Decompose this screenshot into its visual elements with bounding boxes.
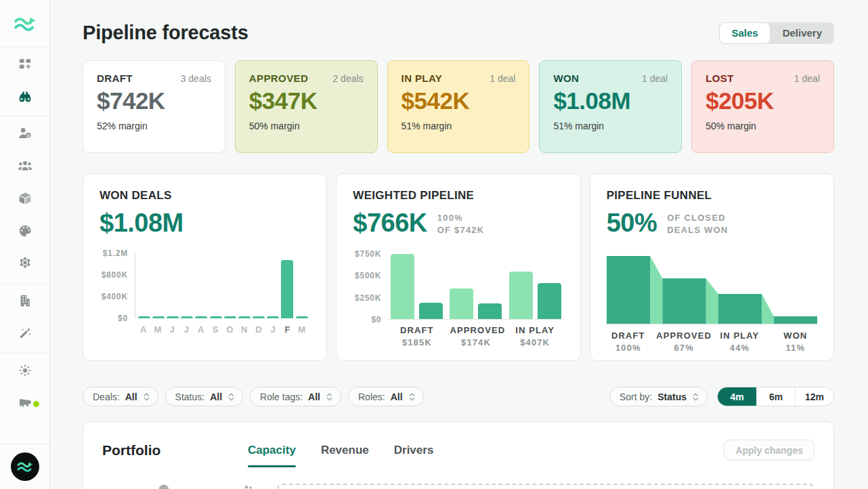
range-option-6m[interactable]: 6m xyxy=(756,387,795,406)
stat-margin: 50% margin xyxy=(249,121,364,131)
stat-status-label: IN PLAY xyxy=(402,72,443,84)
portfolio-header: Portfolio CapacityRevenueDrivers Apply c… xyxy=(102,440,815,461)
bar[interactable] xyxy=(281,260,293,318)
x-axis-label: O xyxy=(223,324,237,335)
sidebar-item-automations[interactable] xyxy=(0,318,49,351)
subtext-line: OF CLOSED xyxy=(667,212,728,224)
sidebar-item-products[interactable] xyxy=(0,184,49,216)
bar-group-in-play xyxy=(509,272,561,319)
group-name: IN PLAY xyxy=(509,325,561,335)
weighted-chart-body: $750K$500K$250K$0 xyxy=(353,249,563,320)
y-axis-tick: $500K xyxy=(355,271,381,280)
bar[interactable] xyxy=(296,316,308,318)
range-option-12m[interactable]: 12m xyxy=(795,387,833,406)
filter-deals-select[interactable]: Deals:All xyxy=(83,387,158,406)
bar[interactable] xyxy=(138,316,150,318)
stat-card-approved[interactable]: APPROVED2 deals$347K50% margin xyxy=(235,60,378,153)
filter-role-tags-select[interactable]: Role tags:All xyxy=(250,387,341,406)
bar[interactable] xyxy=(152,316,165,318)
subtext-line: DEALS WON xyxy=(667,224,728,236)
chart-cards: WON DEALS $1.08M $1.2M$800K$400K$0AMJJAS… xyxy=(83,173,834,361)
bar[interactable] xyxy=(224,316,236,318)
stage-pct: 100% xyxy=(611,343,645,353)
apply-changes-button[interactable]: Apply changes xyxy=(724,440,815,461)
sidebar-divider xyxy=(0,353,49,354)
bar-slot xyxy=(180,253,194,318)
bar[interactable] xyxy=(195,316,207,318)
weighted-bar[interactable] xyxy=(419,303,443,319)
weighted-bar[interactable] xyxy=(478,303,502,319)
stat-card-lost[interactable]: LOST1 deal$205K50% margin xyxy=(691,60,834,153)
sidebar-item-forecasts[interactable] xyxy=(0,81,49,114)
filter-pills: Deals:AllStatus:AllRole tags:AllRoles:Al… xyxy=(83,387,424,406)
sidebar-item-design[interactable] xyxy=(0,216,49,249)
range-option-4m[interactable]: 4m xyxy=(718,387,756,406)
view-toggle-delivery[interactable]: Delivery xyxy=(771,22,834,44)
subtext-line: 100% xyxy=(437,212,485,224)
tab-drivers[interactable]: Drivers xyxy=(394,444,434,457)
won-deals-card: WON DEALS $1.08M $1.2M$800K$400K$0AMJJAS… xyxy=(83,173,327,361)
portfolio-title: Portfolio xyxy=(102,442,248,459)
stat-value: $542K xyxy=(402,87,516,114)
bar[interactable] xyxy=(167,316,179,318)
chevron-updown-icon xyxy=(227,392,235,402)
waves-logo-icon xyxy=(13,14,37,33)
funnel-stage-label: DRAFT100% xyxy=(611,331,645,353)
sidebar-item-company[interactable] xyxy=(0,286,49,318)
sidebar-item-announcements[interactable] xyxy=(0,388,49,421)
bar[interactable] xyxy=(238,316,251,318)
view-toggle-sales[interactable]: Sales xyxy=(719,22,770,44)
weighted-chart-plot xyxy=(388,249,563,320)
pipeline-funnel-subtext: OF CLOSED DEALS WON xyxy=(667,212,728,236)
stat-card-in-play[interactable]: IN PLAY1 deal$542K51% margin xyxy=(387,60,530,153)
bar[interactable] xyxy=(267,316,279,318)
filter-value: All xyxy=(210,391,222,402)
total-bar[interactable] xyxy=(509,272,533,319)
filter-value: All xyxy=(308,391,320,402)
x-axis-label: J xyxy=(165,324,179,335)
bar-slot xyxy=(209,253,223,318)
bar[interactable] xyxy=(253,316,265,318)
stat-margin: 50% margin xyxy=(706,121,820,131)
sidebar-item-clients[interactable]: $ xyxy=(0,119,49,151)
tab-capacity[interactable]: Capacity xyxy=(248,444,296,457)
filter-roles-select[interactable]: Roles:All xyxy=(348,387,424,406)
funnel-labels: DRAFT100%APPROVED67%IN PLAY44%WON11% xyxy=(607,331,817,358)
chevron-updown-icon xyxy=(408,392,416,402)
x-axis-label: A xyxy=(136,324,150,335)
weighted-pipeline-subtext: 100% OF $742K xyxy=(437,212,485,236)
stage-pct: 44% xyxy=(720,343,760,353)
avatar[interactable] xyxy=(11,452,39,481)
sort-by-select[interactable]: Sort by: Status xyxy=(609,387,708,406)
building-icon xyxy=(18,293,32,311)
group-label: DRAFT$185K xyxy=(391,325,443,347)
stat-card-won[interactable]: WON1 deal$1.08M51% margin xyxy=(539,60,682,153)
sidebar-item-dashboard[interactable] xyxy=(0,49,49,81)
chevron-updown-icon xyxy=(143,392,150,402)
total-bar[interactable] xyxy=(450,289,473,319)
filter-row: Deals:AllStatus:AllRole tags:AllRoles:Al… xyxy=(83,387,834,406)
group-label: APPROVED$174K xyxy=(450,325,502,347)
stat-margin: 51% margin xyxy=(553,121,668,131)
bar[interactable] xyxy=(210,316,222,318)
stat-card-draft[interactable]: DRAFT3 deals$742K52% margin xyxy=(83,60,225,153)
filter-value: All xyxy=(391,391,403,402)
sidebar-item-settings[interactable] xyxy=(0,249,49,281)
tab-revenue[interactable]: Revenue xyxy=(321,444,369,457)
bar[interactable] xyxy=(181,316,193,318)
sidebar-item-appearance[interactable] xyxy=(0,356,49,388)
weighted-bar[interactable] xyxy=(538,283,561,319)
x-axis-label: M xyxy=(150,324,165,335)
stat-deal-count: 2 deals xyxy=(332,73,363,84)
people-icon xyxy=(18,158,32,176)
sales-delivery-toggle: SalesDelivery xyxy=(719,22,834,44)
portfolio-dropzone[interactable] xyxy=(277,484,815,489)
app-logo[interactable] xyxy=(0,0,49,47)
pipeline-funnel-value: 50% xyxy=(607,210,657,236)
bar-slot xyxy=(151,253,165,318)
filter-status-select[interactable]: Status:All xyxy=(165,387,243,406)
people-icon xyxy=(242,484,255,489)
bar-slot xyxy=(295,253,309,318)
sidebar-item-team[interactable] xyxy=(0,151,49,184)
total-bar[interactable] xyxy=(391,254,414,319)
